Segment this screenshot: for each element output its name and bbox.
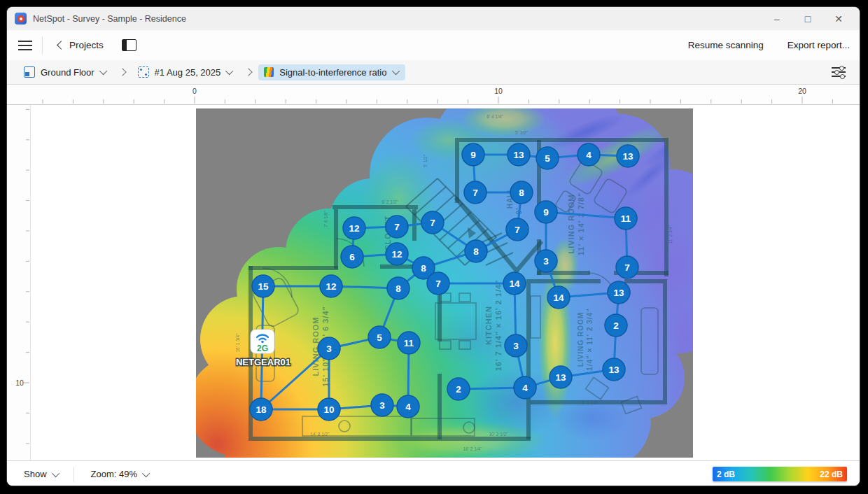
maximize-button[interactable]: □ — [792, 9, 823, 29]
export-report-button[interactable]: Export report... — [788, 40, 850, 50]
measurement-point[interactable]: 13 — [617, 145, 639, 167]
svg-text:20: 20 — [798, 87, 806, 95]
measurement-point[interactable]: 9 — [462, 143, 484, 166]
floor-selector[interactable]: Ground Floor — [18, 64, 113, 80]
app-window: NetSpot - Survey - Sample - Residence – … — [7, 7, 860, 486]
window-title: NetSpot - Survey - Sample - Residence — [33, 14, 186, 24]
measurement-point[interactable]: 14 — [503, 272, 526, 295]
snapshot-icon — [138, 66, 149, 78]
measurement-point[interactable]: 3 — [505, 334, 527, 357]
svg-text:10: 10 — [323, 404, 334, 415]
svg-text:5: 5 — [545, 153, 550, 164]
visualization-selector[interactable]: Signal-to-interference ratio — [258, 64, 405, 80]
svg-text:12: 12 — [391, 249, 402, 260]
measurement-point[interactable]: 4 — [578, 143, 600, 166]
measurement-point[interactable]: 7 — [386, 216, 408, 238]
heatmap-area[interactable]: CLOSETHALL9' 4 3/4"LIVING ROOM11' × 14' … — [196, 108, 693, 458]
measurement-point[interactable]: 7 — [421, 211, 444, 234]
svg-text:7: 7 — [435, 278, 441, 289]
measurement-point[interactable]: 15 — [252, 275, 274, 297]
title-bar: NetSpot - Survey - Sample - Residence – … — [7, 7, 860, 30]
dimension-label: 6' 2 1/2" — [382, 199, 398, 204]
measurement-point[interactable]: 9 — [535, 201, 557, 223]
measurement-point[interactable]: 12 — [386, 243, 408, 265]
ruler-horizontal: 01020 — [7, 85, 860, 105]
measurement-point[interactable]: 7 — [464, 181, 486, 204]
dimension-label: 10' 2 1/2" — [489, 432, 508, 437]
dimension-label: 5' 1/2" — [423, 154, 428, 167]
color-scale-legend: 2 dB 22 dB — [713, 467, 847, 481]
measurement-point[interactable]: 13 — [608, 281, 630, 304]
svg-text:2: 2 — [456, 384, 461, 395]
measurement-point[interactable]: 12 — [343, 217, 365, 239]
dimension-label: 15' 1 3/4" — [235, 333, 240, 353]
zoom-dropdown[interactable]: Zoom: 49% — [91, 469, 150, 479]
dimension-label: 5' 4 1/4" — [582, 400, 598, 405]
sidebar-toggle-icon[interactable] — [122, 39, 136, 51]
measurement-point[interactable]: 11 — [615, 207, 637, 230]
dimension-label: 6' 4 1/4" — [486, 114, 503, 119]
measurement-point[interactable]: 10 — [318, 398, 340, 421]
ruler-vertical: 10 — [7, 105, 31, 460]
zoom-label: Zoom: 49% — [91, 469, 137, 479]
toolbar: Projects Resume scanning Export report..… — [7, 30, 860, 60]
netspot-app-icon — [15, 13, 27, 24]
svg-text:10: 10 — [494, 87, 503, 95]
svg-text:5: 5 — [377, 332, 382, 343]
svg-text:7: 7 — [514, 225, 520, 235]
measurement-point[interactable]: 3 — [535, 250, 557, 272]
measurement-point[interactable]: 2 — [605, 314, 627, 337]
svg-text:13: 13 — [622, 151, 634, 162]
svg-text:3: 3 — [326, 344, 332, 354]
projects-back-button[interactable]: Projects — [58, 40, 104, 50]
svg-text:8: 8 — [396, 283, 401, 294]
measurement-point[interactable]: 12 — [320, 275, 342, 297]
filter-settings-icon[interactable] — [832, 66, 846, 78]
measurement-point[interactable]: 6 — [341, 246, 363, 268]
svg-text:7: 7 — [394, 222, 400, 232]
breadcrumb-separator-icon — [118, 68, 126, 76]
svg-text:13: 13 — [555, 372, 566, 383]
svg-text:4: 4 — [405, 402, 411, 412]
ap-band-label: 2G — [257, 344, 268, 353]
measurement-point[interactable]: 8 — [510, 181, 533, 204]
measurement-point[interactable]: 5 — [368, 326, 391, 348]
toolbar-divider — [42, 36, 43, 55]
measurement-point[interactable]: 7 — [616, 256, 638, 278]
breadcrumb: Ground Floor #1 Aug 25, 2025 Signal-to-i… — [7, 60, 860, 85]
measurement-point[interactable]: 8 — [387, 277, 410, 299]
svg-text:8: 8 — [519, 188, 524, 198]
measurement-point[interactable]: 13 — [603, 358, 625, 381]
heatmap-type-icon — [264, 67, 274, 77]
measurement-point[interactable]: 18 — [250, 398, 272, 421]
svg-text:13: 13 — [608, 365, 620, 375]
measurement-point[interactable]: 7 — [506, 218, 528, 241]
measurement-point[interactable]: 11 — [398, 332, 420, 354]
measurement-point[interactable]: 13 — [507, 143, 530, 166]
measurement-point[interactable]: 3 — [318, 337, 340, 360]
svg-text:14: 14 — [509, 278, 520, 289]
status-bar: Show Zoom: 49% 2 dB 22 dB — [7, 460, 860, 486]
measurement-point[interactable]: 14 — [547, 286, 570, 309]
svg-text:6: 6 — [349, 252, 355, 262]
minimize-button[interactable]: – — [762, 9, 792, 29]
measurement-point[interactable]: 3 — [371, 394, 393, 416]
measurement-point[interactable]: 8 — [465, 240, 487, 262]
close-button[interactable]: ✕ — [823, 9, 854, 29]
measurement-point[interactable]: 4 — [397, 395, 419, 418]
measurement-point[interactable]: 4 — [514, 376, 536, 399]
snapshot-label: #1 Aug 25, 2025 — [155, 67, 221, 78]
dimension-label: 7' 6 5/8" — [323, 211, 328, 227]
resume-scanning-button[interactable]: Resume scanning — [688, 40, 764, 50]
svg-text:8: 8 — [421, 263, 426, 274]
svg-text:3: 3 — [379, 400, 385, 411]
menu-icon[interactable] — [18, 41, 32, 50]
legend-max-label: 22 dB — [820, 470, 843, 479]
snapshot-selector[interactable]: #1 Aug 25, 2025 — [132, 64, 239, 80]
measurement-point[interactable]: 7 — [427, 272, 449, 295]
measurement-point[interactable]: 13 — [550, 366, 572, 388]
map-canvas[interactable]: 10 — [7, 105, 860, 460]
measurement-point[interactable]: 5 — [536, 147, 559, 169]
measurement-point[interactable]: 2 — [447, 378, 470, 400]
show-dropdown[interactable]: Show — [24, 469, 59, 479]
